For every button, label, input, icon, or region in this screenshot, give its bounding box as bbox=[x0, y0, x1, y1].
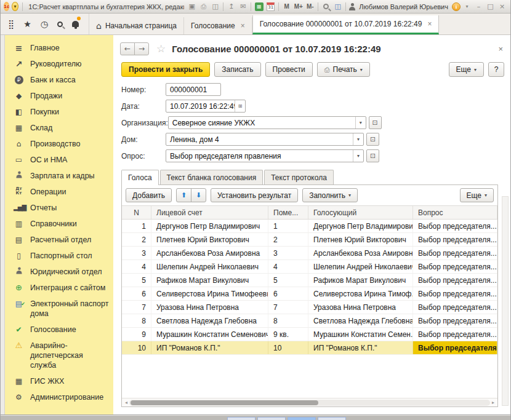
set-result-button[interactable]: Установить результат bbox=[211, 188, 298, 202]
table-row[interactable]: 8Светлова Надежда Глебовна8Светлова Наде… bbox=[122, 314, 497, 328]
post-and-close-button[interactable]: Провести и закрыть bbox=[121, 62, 210, 77]
memory-mplus-button[interactable]: M+ bbox=[293, 1, 304, 12]
info-button[interactable]: i bbox=[452, 2, 461, 11]
sidebar-item-pasportny-stol[interactable]: ▯Паспортный стол bbox=[5, 248, 113, 264]
table-row[interactable]: 9Мурашкин Констатин Семенович9 кв.Мурашк… bbox=[122, 328, 497, 341]
sidebar-item-os-nma[interactable]: ▭ОС и НМА bbox=[5, 152, 113, 168]
table-row[interactable]: 2Плетнев Юрий Викторович2Плетнев Юрий Ви… bbox=[122, 233, 497, 247]
sidebar-item-glavnoe[interactable]: ≡Главное bbox=[5, 40, 113, 56]
maximize-button[interactable]: □ bbox=[485, 1, 496, 12]
table-row[interactable]: 1Дергунов Петр Владимирович1Дергунов Пет… bbox=[122, 220, 497, 233]
house-select[interactable]: Ленина, дом 4▾ bbox=[166, 133, 364, 146]
search-icon[interactable] bbox=[57, 18, 63, 30]
fill-button[interactable]: Заполнить▾ bbox=[302, 188, 358, 202]
sidebar-item-prodazhi[interactable]: ◆Продажи bbox=[5, 88, 113, 104]
sidebar-item-golosovanie[interactable]: ✔Голосование bbox=[5, 322, 113, 338]
sidebar-item-gis-zhkh[interactable]: ▦ГИС ЖКХ bbox=[5, 373, 113, 389]
horizontal-scrollbar[interactable]: ◂ ▸ bbox=[122, 398, 497, 406]
open-house-button[interactable]: ⊡ bbox=[366, 133, 379, 146]
back-button[interactable]: ← bbox=[120, 42, 135, 55]
sidebar-item-raschetny-otdel[interactable]: ▤Расчетный отдел bbox=[5, 232, 113, 248]
print-button[interactable]: ⎙Печать▾ bbox=[317, 62, 370, 77]
table-row-selected[interactable]: 10ИП "Романов К.П."10ИП "Романов К.П."Вы… bbox=[122, 341, 497, 355]
close-icon[interactable]: × bbox=[427, 20, 432, 28]
date-input[interactable]: 10.07.2019 16:22:49⊞ bbox=[166, 100, 246, 113]
print-icon[interactable]: ⎙ bbox=[198, 1, 209, 12]
sidebar-item-spravochniki[interactable]: ▥Справочники bbox=[5, 216, 113, 232]
calendar-icon[interactable]: 31 bbox=[265, 1, 276, 12]
forward-button[interactable]: → bbox=[134, 42, 149, 55]
column-header-voter[interactable]: Голосующий bbox=[308, 206, 413, 219]
column-header-question[interactable]: Вопрос bbox=[413, 206, 497, 219]
sidebar-item-administrirovanie[interactable]: ⚙Администрирование bbox=[5, 389, 113, 405]
save-icon[interactable]: ▣ bbox=[187, 1, 197, 12]
chevron-down-icon[interactable]: ▾ bbox=[355, 117, 366, 129]
sidebar-item-avarijnaya-sluzhba[interactable]: ⚠Аварийно-диспетчерская служба bbox=[5, 338, 113, 373]
poll-select[interactable]: Выбор председателя правления▾ bbox=[166, 149, 364, 162]
scroll-left-icon[interactable]: ◂ bbox=[123, 400, 129, 405]
tab-home[interactable]: ⌂ Начальная страница bbox=[89, 17, 184, 34]
memory-m-button[interactable]: M bbox=[281, 1, 292, 12]
post-button[interactable]: Провести bbox=[265, 62, 313, 77]
history-icon[interactable]: ◷ bbox=[41, 20, 48, 28]
tab-protocol-text[interactable]: Текст протокола bbox=[264, 170, 334, 184]
mail-icon[interactable]: ✉ bbox=[238, 1, 248, 12]
scroll-track[interactable] bbox=[129, 400, 490, 406]
tab-voting-list[interactable]: Голосование × bbox=[184, 17, 252, 34]
organization-select[interactable]: Северное сияние УКЖХ▾ bbox=[168, 116, 366, 129]
chevron-down-icon[interactable]: ▾ bbox=[462, 1, 472, 12]
memory-mminus-button[interactable]: M- bbox=[305, 1, 315, 12]
sidebar-item-operacii[interactable]: Дт КтОперации bbox=[5, 184, 113, 200]
sidebar-item-bank-kassa[interactable]: ₽Банк и касса bbox=[5, 72, 113, 88]
write-button[interactable]: Записать bbox=[214, 62, 260, 77]
sidebar-item-integraciya[interactable]: ⊕Интеграция с сайтом bbox=[5, 280, 113, 296]
favorite-star-icon[interactable]: ☆ bbox=[156, 42, 166, 55]
move-down-button[interactable]: ⬇ bbox=[191, 188, 206, 202]
calendar-icon[interactable]: ⊞ bbox=[235, 100, 245, 112]
sidebar-item-zarplata[interactable]: Зарплата и кадры bbox=[5, 168, 113, 184]
split-columns-icon[interactable]: ◫ bbox=[332, 1, 343, 12]
tab-ballot-text[interactable]: Текст бланка голосования bbox=[160, 170, 264, 184]
table-more-button[interactable]: Еще▾ bbox=[460, 188, 494, 202]
print-preview-icon[interactable]: ◫ bbox=[210, 1, 220, 12]
tab-voting-document[interactable]: Голосование 000000001 от 10.07.2019 16:2… bbox=[252, 15, 440, 34]
move-up-button[interactable]: ⬆ bbox=[176, 188, 191, 202]
notifications-bell-icon[interactable] bbox=[72, 18, 79, 30]
open-organization-button[interactable]: ⊡ bbox=[369, 116, 382, 129]
column-header-n[interactable]: N bbox=[122, 206, 151, 219]
table-row[interactable]: 6Селиверстова Ирина Тимофеевна6Селиверст… bbox=[122, 287, 497, 301]
favorites-star-icon[interactable]: ★ bbox=[23, 20, 31, 28]
chevron-down-icon[interactable]: ▾ bbox=[353, 150, 363, 162]
table-row[interactable]: 5Рафиков Марат Викулович5Рафиков Марат В… bbox=[122, 274, 497, 287]
close-form-icon[interactable]: × bbox=[498, 44, 504, 53]
sidebar-item-sklad[interactable]: ▦Склад bbox=[5, 120, 113, 136]
sidebar-item-yuridichesky-otdel[interactable]: Юридический отдел bbox=[5, 264, 113, 280]
main-menu-button[interactable]: ▾ bbox=[12, 2, 18, 11]
scroll-thumb[interactable] bbox=[131, 400, 318, 405]
tab-votes[interactable]: Голоса bbox=[121, 170, 159, 185]
sidebar-item-rukovoditelyu[interactable]: ↗Руководителю bbox=[5, 56, 113, 72]
calculator-icon[interactable]: ▦ bbox=[254, 1, 264, 12]
sidebar-item-otchety[interactable]: ▂▅▇Отчеты bbox=[5, 200, 113, 216]
column-header-account[interactable]: Лицевой счет bbox=[151, 206, 268, 219]
vertical-scrollbar[interactable] bbox=[502, 196, 509, 406]
sidebar-item-elektronny-pasport[interactable]: ▤✔Электронный паспорт дома bbox=[5, 296, 113, 322]
apps-grid-icon[interactable]: ⣿ bbox=[8, 20, 14, 28]
table-row[interactable]: 4Шелепин Андрей Николаевич4Шелепин Андре… bbox=[122, 260, 497, 274]
column-header-premise[interactable]: Поме... bbox=[268, 206, 308, 219]
sidebar-item-proizvodstvo[interactable]: ⌂Производство bbox=[5, 136, 113, 152]
scroll-right-icon[interactable]: ▸ bbox=[490, 400, 496, 405]
add-row-button[interactable]: Добавить bbox=[126, 188, 172, 202]
table-row[interactable]: 3Арсланбекова Роза Амировна3Арсланбекова… bbox=[122, 247, 497, 260]
table-row[interactable]: 7Уразова Нина Петровна7Уразова Нина Петр… bbox=[122, 301, 497, 314]
help-button[interactable]: ? bbox=[488, 62, 504, 77]
more-button[interactable]: Еще▾ bbox=[449, 62, 484, 77]
number-input[interactable]: 000000001 bbox=[166, 83, 221, 96]
chevron-down-icon[interactable]: ▾ bbox=[353, 133, 363, 145]
sidebar-item-pokupki[interactable]: ◧Покупки bbox=[5, 104, 113, 120]
close-icon[interactable]: × bbox=[241, 22, 245, 30]
send-icon[interactable]: ↥ bbox=[226, 1, 236, 12]
open-poll-button[interactable]: ⊡ bbox=[366, 149, 379, 162]
minimize-button[interactable]: – bbox=[473, 1, 484, 12]
zoom-icon[interactable] bbox=[321, 1, 331, 12]
